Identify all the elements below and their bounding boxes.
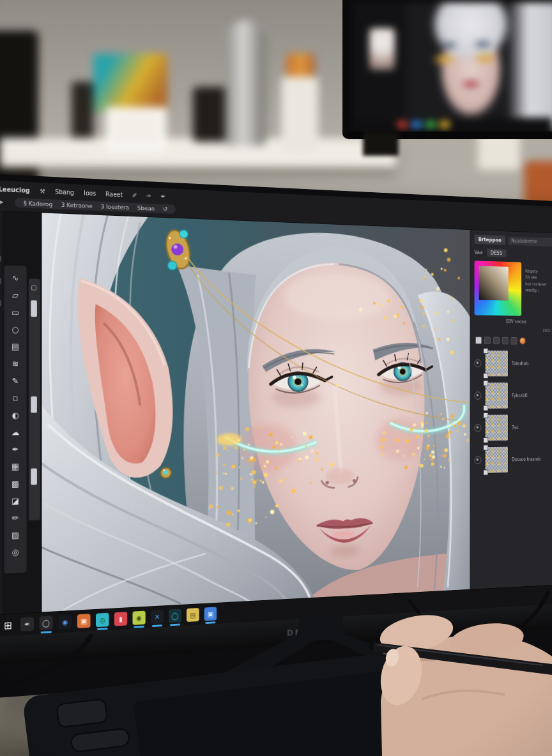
layer-thumbnail[interactable]	[485, 414, 509, 442]
layer-corner-chip	[483, 381, 488, 386]
layer-name: Docsco trasreb	[512, 457, 540, 462]
layer-name: Fybcsb0	[512, 393, 528, 398]
disc-app-icon[interactable]: ◯	[169, 609, 181, 623]
pen-cup	[72, 82, 93, 140]
layer-corner-chip	[483, 412, 488, 418]
pencil-tool-icon[interactable]: ✏	[6, 509, 24, 526]
notes-app-icon[interactable]: ▤	[187, 608, 199, 622]
menu-item[interactable]: Sbang	[55, 188, 74, 195]
secondary-toolbar	[353, 117, 552, 132]
swatch[interactable]	[510, 337, 517, 345]
rail-tool-icon[interactable]	[0, 278, 1, 284]
picker-meta: DES 23	[475, 327, 552, 333]
ellipse-tool-icon[interactable]: ○	[6, 321, 24, 337]
pen-tool-icon[interactable]: ✒	[6, 441, 24, 457]
layer-row[interactable]: Totedteb	[475, 350, 552, 377]
layer-thumbnail[interactable]	[485, 446, 509, 474]
perspective-tool-icon[interactable]: ▨	[6, 526, 24, 543]
menu-item[interactable]: Raeet	[105, 190, 123, 198]
camera-app-icon[interactable]: ◎	[96, 613, 109, 628]
cloud-tool-icon[interactable]: ☁	[6, 423, 24, 440]
undo-icon[interactable]: ↺	[163, 205, 168, 212]
view-dropdown[interactable]: DESS	[486, 248, 506, 257]
shelf	[0, 138, 396, 167]
color-picker[interactable]	[475, 261, 522, 316]
view-label: Vaa	[475, 250, 483, 255]
canvas[interactable]	[42, 213, 470, 612]
record-circle-icon[interactable]: ◯	[40, 616, 53, 630]
option-item[interactable]: 3 Ioestera	[101, 202, 129, 211]
picker-note: Regety Sh ses bor trateser readty ;	[525, 262, 547, 294]
rectangle-tool-icon[interactable]: ▭	[6, 304, 24, 321]
stylus-search-icon[interactable]: ✒	[20, 617, 34, 631]
layer-thumbnail[interactable]	[485, 382, 509, 409]
option-item[interactable]: 3 Ketraone	[61, 200, 93, 209]
layer-visibility-icon[interactable]	[475, 424, 482, 432]
pen-tool-icon[interactable]: ✑	[146, 192, 151, 199]
gradient-tool-icon[interactable]: ▦	[6, 458, 24, 474]
colorful-box	[93, 54, 167, 112]
swatch-row	[475, 336, 552, 345]
panel-search-field[interactable]: Nyastebnrtse	[509, 236, 552, 246]
marquee-tool-icon[interactable]: ▱	[6, 287, 24, 303]
secondary-thumbnail	[369, 28, 395, 70]
layer-visibility-icon[interactable]	[475, 456, 482, 464]
secondary-portrait	[423, 3, 519, 124]
brush-cup	[281, 77, 318, 152]
color-dot-swatch[interactable]	[519, 337, 526, 345]
layer-thumbnail[interactable]	[485, 350, 509, 377]
paint-app-icon[interactable]: ▣	[204, 607, 217, 621]
media-app-icon[interactable]: ▮	[114, 612, 127, 626]
zoom-tool-icon[interactable]: ◎	[6, 543, 24, 561]
layer-row[interactable]: Docsco trasreb	[475, 445, 552, 474]
warp-tool-icon[interactable]: ≋	[6, 355, 24, 372]
cursor-icon[interactable]: ➤	[0, 198, 4, 205]
pen-tool-icon[interactable]: ✐	[132, 192, 137, 199]
swatch[interactable]	[493, 337, 500, 345]
layer-visibility-icon[interactable]	[475, 359, 482, 367]
brush-tool-icon[interactable]: ✎	[6, 372, 24, 389]
color-picker-gradient[interactable]	[479, 266, 509, 300]
strip-square-icon[interactable]: ▢	[31, 284, 36, 291]
panel-tab[interactable]: Brteppoo	[475, 234, 506, 245]
option-item[interactable]: § Kadorog	[24, 199, 52, 208]
layer-row[interactable]: 7ec	[475, 414, 552, 442]
pen-tool-icon[interactable]: ✒	[161, 193, 166, 200]
app-body: ∿ ▱ ▭ ○ ▤ ≋ ✎ ▫ ◐ ☁ ✒ ▦ ▩ ◪ ✏ ▨ ◎	[0, 211, 552, 614]
eraser-tool-icon[interactable]: ◪	[6, 492, 24, 510]
rail-tool-icon[interactable]	[0, 300, 1, 306]
right-panel: Brteppoo Nyastebnrtse Vaa DESS ▾ Regety …	[470, 230, 552, 589]
smudge-tool-icon[interactable]: ◐	[6, 407, 24, 423]
start-button-icon[interactable]: ⊞	[1, 618, 15, 633]
pattern-tool-icon[interactable]: ▩	[6, 475, 24, 492]
strip-handle[interactable]	[31, 397, 37, 413]
shape-tool-icon[interactable]: ▫	[6, 389, 24, 406]
strip-handle[interactable]	[31, 300, 37, 317]
blur-eye	[475, 41, 491, 47]
photos-app-icon[interactable]: ▣	[77, 614, 91, 628]
photo-frame	[106, 107, 166, 151]
option-item[interactable]: Sbean	[137, 204, 155, 212]
swatch[interactable]	[484, 336, 491, 344]
strip-handle[interactable]	[31, 468, 37, 485]
menu-item[interactable]: Ioos	[84, 189, 96, 197]
tool-app-icon[interactable]: ✕	[151, 610, 164, 624]
layer-visibility-icon[interactable]	[475, 391, 482, 399]
chip	[425, 121, 436, 128]
swatch[interactable]	[475, 336, 482, 344]
rail-tool-icon[interactable]	[0, 255, 1, 261]
browser-globe-icon[interactable]: ◉	[58, 615, 72, 630]
artist-workspace-photo: Leeuciog ⚒ Sbang Ioos Raeet ✐ ✑ ✒ ➤ § Ka…	[0, 0, 552, 756]
wrench-icon[interactable]: ⚒	[40, 187, 45, 194]
lasso-tool-icon[interactable]: ∿	[6, 269, 24, 286]
chip	[397, 121, 408, 128]
menu-item[interactable]: Leeuciog	[0, 185, 30, 193]
picker-caption: EBV secee	[475, 319, 552, 325]
layer-row[interactable]: Fybcsb0	[475, 382, 552, 409]
artwork-elf-portrait	[42, 213, 470, 612]
layers-panel: Totedteb Fybcsb0	[475, 350, 552, 474]
type-tool-icon[interactable]: ▤	[6, 338, 24, 354]
swatch[interactable]	[502, 337, 509, 345]
secondary-monitor-stand	[363, 132, 399, 156]
chat-app-icon[interactable]: ◉	[133, 611, 146, 625]
